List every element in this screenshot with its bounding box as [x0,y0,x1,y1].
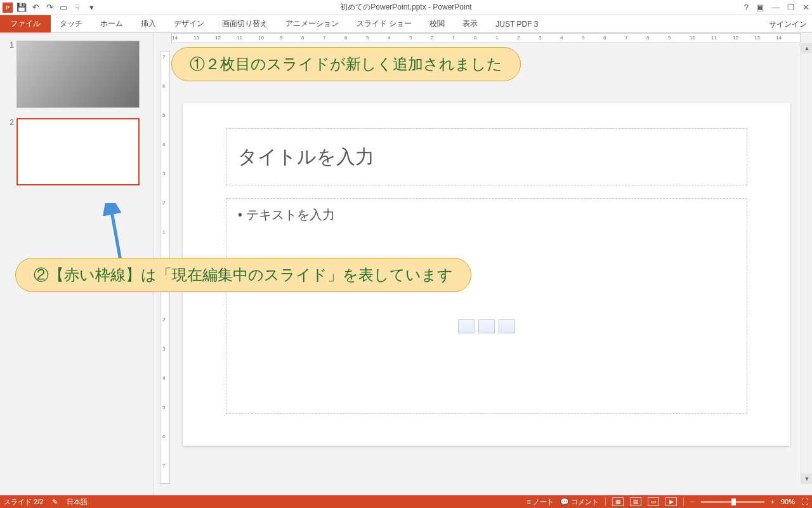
slideshow-view-icon[interactable]: ▶ [665,497,677,506]
normal-view-icon[interactable]: ▦ [612,497,624,506]
minimize-icon[interactable]: — [771,3,780,12]
scroll-up-icon[interactable]: ▲ [801,43,812,53]
zoom-in-icon[interactable]: + [771,498,775,505]
title-placeholder-text: タイトルを入力 [238,144,374,170]
svg-line-0 [111,208,121,260]
separator [605,497,606,506]
content-placeholder[interactable]: テキストを入力 [226,198,747,414]
ribbon-display-options-icon[interactable]: ▣ [756,3,764,12]
status-bar: スライド 2/2 ✎ 日本語 ≡ ノート 💬 コメント ▦ ▤ ▭ ▶ − + … [0,495,812,508]
window-controls: ? ▣ — ❐ ✕ [744,3,809,12]
tab-view[interactable]: 表示 [454,15,487,32]
help-icon[interactable]: ? [744,3,749,12]
title-bar: P 💾 ↶ ↷ ▭ ☟ ▾ 初めてのPowerPoint.pptx - Powe… [0,0,812,15]
vertical-scrollbar[interactable]: ▲ ▼ [801,43,812,484]
tab-just-pdf[interactable]: JUST PDF 3 [487,15,547,32]
fit-to-window-icon[interactable]: ⛶ [801,498,808,505]
status-slide-indicator: スライド 2/2 [4,497,43,507]
powerpoint-app-icon: P [3,3,13,13]
comments-button[interactable]: 💬 コメント [560,497,599,507]
content-insert-icons [458,319,515,333]
tab-slideshow[interactable]: スライド ショー [348,15,421,32]
sign-in-link[interactable]: サインイン [769,15,807,33]
thumbnail-row-2: 2 [0,117,153,194]
ribbon-tabs: ファイル タッチ ホーム 挿入 デザイン 画面切り替え アニメーション スライド… [0,15,812,33]
separator [683,497,684,506]
tab-design[interactable]: デザイン [165,15,213,32]
undo-icon[interactable]: ↶ [30,3,41,13]
slide-thumbnail-2[interactable] [16,118,140,185]
zoom-level[interactable]: 90% [781,498,795,505]
insert-table-icon[interactable] [458,319,475,333]
title-placeholder[interactable]: タイトルを入力 [226,128,747,185]
window-title: 初めてのPowerPoint.pptx - PowerPoint [340,2,471,13]
start-from-beginning-icon[interactable]: ▭ [58,3,69,13]
tab-file[interactable]: ファイル [0,15,51,32]
thumbnail-number: 1 [5,41,16,108]
tab-review[interactable]: 校閲 [421,15,454,32]
slide-sorter-view-icon[interactable]: ▤ [630,497,641,506]
annotation-arrow [102,203,140,267]
save-icon[interactable]: 💾 [16,3,27,13]
insert-picture-icon[interactable] [478,319,495,333]
thumbnail-row-1: 1 [0,39,153,117]
reading-view-icon[interactable]: ▭ [648,497,659,506]
zoom-out-icon[interactable]: − [690,498,694,505]
restore-icon[interactable]: ❐ [787,3,795,12]
insert-online-picture-icon[interactable] [499,319,515,333]
tab-transitions[interactable]: 画面切り替え [213,15,277,32]
close-icon[interactable]: ✕ [802,3,809,12]
slide-thumbnail-1[interactable] [16,41,140,108]
touch-mode-icon[interactable]: ☟ [72,3,82,13]
annotation-callout-2: ②【赤い枠線】は「現在編集中のスライド」を表しています [15,258,471,292]
notes-button[interactable]: ≡ ノート [527,497,554,507]
content-placeholder-text: テキストを入力 [238,206,735,224]
annotation-callout-1: ①２枚目のスライドが新しく追加されました [171,47,521,81]
horizontal-ruler[interactable]: 141312111098765432101234567891011121314 [171,33,801,43]
qat-customize-icon[interactable]: ▾ [86,3,96,13]
thumbnail-number: 2 [5,118,16,185]
zoom-slider[interactable] [701,501,764,503]
tab-insert[interactable]: 挿入 [132,15,165,32]
tab-animations[interactable]: アニメーション [277,15,348,32]
spellcheck-icon[interactable]: ✎ [52,498,58,506]
redo-icon[interactable]: ↷ [44,3,55,13]
quick-access-toolbar: P 💾 ↶ ↷ ▭ ☟ ▾ [0,3,96,13]
tab-touch[interactable]: タッチ [51,15,91,32]
scroll-down-icon[interactable]: ▼ [801,474,812,484]
tab-home[interactable]: ホーム [91,15,132,32]
status-language[interactable]: 日本語 [67,497,88,507]
